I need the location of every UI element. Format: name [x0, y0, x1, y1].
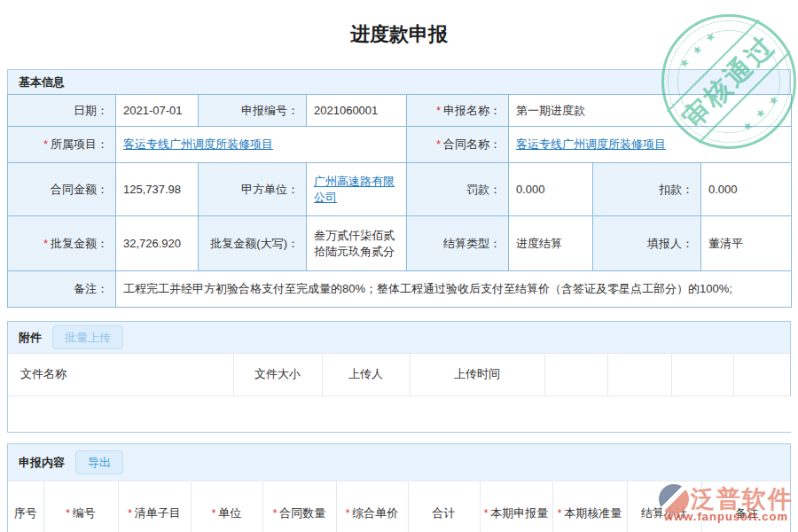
required-asterisk: * [66, 507, 70, 520]
party-a-value: 广州高速路有限公司 [307, 163, 407, 216]
declaration-name-value: 第一期进度款 [509, 95, 792, 127]
attachments-table: 文件名称 文件大小 上传人 上传时间 [8, 354, 792, 432]
attachments-header: 附件 批量上传 [8, 322, 790, 354]
required-asterisk: * [436, 138, 441, 151]
basic-row-4: *批复金额： 32,726.920 批复金额(大写)： 叁万贰仟柒佰贰拾陆元玖角… [8, 216, 792, 271]
contract-name-link[interactable]: 客运专线广州调度所装修项目 [516, 137, 666, 151]
col-total: 合计 [408, 481, 480, 532]
penalty-label: 罚款： [407, 163, 509, 216]
contract-amount-label: 合同金额： [8, 163, 116, 216]
declaration-table: 序号 *编号 *清单子目 *单位 *合同数量 *综合单价 合计 *本期申报量 *… [8, 481, 792, 532]
attachments-section: 附件 批量上传 文件名称 文件大小 上传人 上传时间 [7, 321, 791, 433]
filler-label: 填报人： [593, 216, 701, 271]
party-a-label: 甲方单位： [199, 163, 307, 216]
filler-value: 董清平 [701, 216, 792, 271]
page-title: 进度款申报 [0, 21, 798, 48]
attachments-empty-area [8, 395, 792, 432]
col-empty [671, 354, 733, 395]
required-asterisk: * [128, 507, 132, 520]
col-uploader: 上传人 [322, 354, 410, 395]
col-contract-qty: *合同数量 [262, 481, 336, 532]
col-remark: 备注 [701, 481, 792, 532]
date-value: 2021-07-01 [116, 95, 199, 127]
required-asterisk: * [43, 138, 48, 151]
basic-row-2: *所属项目： 客运专线广州调度所装修项目 *合同名称： 客运专线广州调度所装修项… [8, 127, 792, 163]
deduction-value: 0.000 [701, 163, 792, 216]
required-asterisk: * [346, 507, 350, 520]
declaration-title: 申报内容 [19, 455, 65, 471]
declaration-name-label: *申报名称： [407, 95, 509, 127]
basic-row-3: 合同金额： 125,737.98 甲方单位： 广州高速路有限公司 罚款： 0.0… [8, 163, 792, 216]
col-settle-subtotal: 结算小计 [627, 481, 701, 532]
party-a-link[interactable]: 广州高速路有限公司 [314, 175, 395, 204]
required-asterisk: * [558, 507, 562, 520]
basic-row-1: 日期： 2021-07-01 申报编号： 2021060001 *申报名称： 第… [8, 95, 792, 127]
col-upload-time: 上传时间 [410, 354, 544, 395]
col-file-name: 文件名称 [8, 354, 233, 395]
required-asterisk: * [436, 105, 441, 117]
settle-type-label: 结算类型： [407, 216, 509, 271]
approved-caps-label: 批复金额(大写)： [199, 216, 307, 271]
basic-info-table: 日期： 2021-07-01 申报编号： 2021060001 *申报名称： 第… [7, 94, 792, 308]
deduction-label: 扣款： [593, 163, 701, 216]
attachments-title: 附件 [19, 330, 42, 346]
basic-info-section: 基本信息 日期： 2021-07-01 申报编号： 2021060001 *申报… [7, 69, 791, 308]
basic-row-5: 备注： 工程完工并经甲方初验合格支付至完成量的80%；整体工程通过验收后支付至结… [8, 271, 792, 308]
col-empty [733, 354, 792, 395]
declaration-section: 申报内容 导出 序号 *编号 *清单子目 *单位 *合同数量 *综合单价 合计 … [7, 443, 791, 532]
contract-name-label: *合同名称： [407, 127, 509, 163]
col-list-item: *清单子目 [118, 481, 191, 532]
contract-amount-value: 125,737.98 [116, 163, 199, 216]
approved-amount-value: 32,726.920 [116, 216, 199, 271]
basic-info-header: 基本信息 [7, 69, 791, 94]
attachments-empty-row [8, 395, 792, 432]
col-current-approved-qty: *本期核准量 [552, 481, 627, 532]
date-label: 日期： [8, 95, 116, 127]
required-asterisk: * [212, 507, 216, 520]
approved-amount-label: *批复金额： [8, 216, 116, 271]
batch-upload-button[interactable]: 批量上传 [52, 325, 123, 350]
basic-info-title: 基本信息 [19, 74, 65, 90]
project-link[interactable]: 客运专线广州调度所装修项目 [123, 137, 273, 151]
attachments-header-row: 文件名称 文件大小 上传人 上传时间 [8, 354, 792, 395]
remark-value: 工程完工并经甲方初验合格支付至完成量的80%；整体工程通过验收后支付至结算价（含… [116, 271, 792, 308]
required-asterisk: * [43, 238, 48, 250]
penalty-value: 0.000 [509, 163, 593, 216]
approved-caps-value: 叁万贰仟柒佰贰拾陆元玖角贰分 [307, 216, 407, 271]
project-value: 客运专线广州调度所装修项目 [116, 127, 407, 163]
required-asterisk: * [273, 507, 278, 520]
col-seq: 序号 [8, 481, 43, 532]
required-asterisk: * [484, 507, 489, 520]
col-file-size: 文件大小 [233, 354, 322, 395]
declaration-number-value: 2021060001 [307, 95, 407, 127]
col-empty [607, 354, 671, 395]
declaration-number-label: 申报编号： [199, 95, 307, 127]
remark-label: 备注： [8, 271, 116, 308]
declaration-header-row: 序号 *编号 *清单子目 *单位 *合同数量 *综合单价 合计 *本期申报量 *… [8, 481, 792, 532]
col-code: *编号 [43, 481, 118, 532]
export-button[interactable]: 导出 [75, 450, 123, 475]
col-current-declared-qty: *本期申报量 [480, 481, 552, 532]
project-label: *所属项目： [8, 127, 116, 163]
col-unit: *单位 [191, 481, 262, 532]
col-unit-price: *综合单价 [336, 481, 408, 532]
declaration-header: 申报内容 导出 [8, 444, 790, 481]
settle-type-value: 进度结算 [509, 216, 593, 271]
contract-name-value: 客运专线广州调度所装修项目 [509, 127, 792, 163]
col-empty [544, 354, 607, 395]
